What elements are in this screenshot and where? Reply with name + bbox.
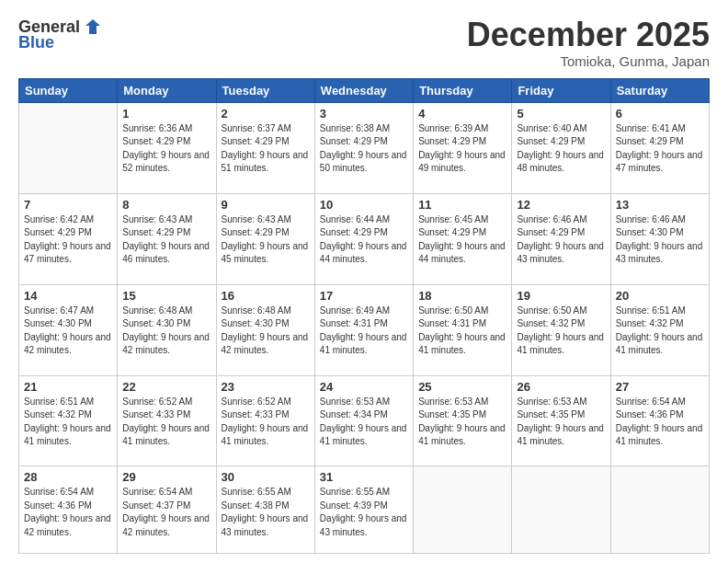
table-row: 30Sunrise: 6:55 AMSunset: 4:38 PMDayligh… (216, 466, 314, 554)
table-row: 24Sunrise: 6:53 AMSunset: 4:34 PMDayligh… (314, 375, 413, 466)
table-row: 11Sunrise: 6:45 AMSunset: 4:29 PMDayligh… (414, 193, 512, 284)
day-number: 5 (517, 107, 605, 121)
day-number: 7 (24, 198, 112, 212)
table-row: 23Sunrise: 6:52 AMSunset: 4:33 PMDayligh… (216, 375, 314, 466)
day-number: 25 (418, 380, 506, 394)
table-row: 7Sunrise: 6:42 AMSunset: 4:29 PMDaylight… (19, 193, 118, 284)
day-info: Sunrise: 6:48 AMSunset: 4:30 PMDaylight:… (122, 304, 210, 358)
table-row: 9Sunrise: 6:43 AMSunset: 4:29 PMDaylight… (216, 193, 314, 284)
table-row: 28Sunrise: 6:54 AMSunset: 4:36 PMDayligh… (19, 466, 118, 554)
day-info: Sunrise: 6:37 AMSunset: 4:29 PMDaylight:… (222, 122, 310, 176)
calendar-week-row: 14Sunrise: 6:47 AMSunset: 4:30 PMDayligh… (19, 284, 710, 375)
day-info: Sunrise: 6:46 AMSunset: 4:30 PMDaylight:… (616, 213, 704, 267)
day-info: Sunrise: 6:47 AMSunset: 4:30 PMDaylight:… (24, 304, 112, 358)
day-number: 2 (222, 107, 310, 121)
logo: General Blue (18, 17, 104, 52)
calendar-week-row: 1Sunrise: 6:36 AMSunset: 4:29 PMDaylight… (19, 102, 710, 193)
day-number: 31 (320, 470, 408, 484)
day-number: 28 (24, 470, 112, 484)
table-row: 19Sunrise: 6:50 AMSunset: 4:32 PMDayligh… (512, 284, 610, 375)
calendar-table: Sunday Monday Tuesday Wednesday Thursday… (18, 78, 710, 554)
title-block: December 2025 Tomioka, Gunma, Japan (467, 17, 710, 69)
page: General Blue December 2025 Tomioka, Gunm… (0, 0, 728, 563)
header: General Blue December 2025 Tomioka, Gunm… (18, 17, 710, 69)
day-info: Sunrise: 6:54 AMSunset: 4:36 PMDaylight:… (24, 486, 112, 539)
day-info: Sunrise: 6:38 AMSunset: 4:29 PMDaylight:… (320, 122, 408, 176)
table-row: 22Sunrise: 6:52 AMSunset: 4:33 PMDayligh… (118, 375, 216, 466)
day-info: Sunrise: 6:49 AMSunset: 4:31 PMDaylight:… (320, 304, 408, 358)
table-row: 31Sunrise: 6:55 AMSunset: 4:39 PMDayligh… (314, 466, 413, 554)
day-number: 16 (222, 289, 310, 303)
calendar-header-row: Sunday Monday Tuesday Wednesday Thursday… (19, 78, 710, 102)
day-number: 29 (122, 470, 210, 484)
day-info: Sunrise: 6:50 AMSunset: 4:32 PMDaylight:… (517, 304, 605, 358)
table-row: 1Sunrise: 6:36 AMSunset: 4:29 PMDaylight… (118, 102, 216, 193)
table-row: 21Sunrise: 6:51 AMSunset: 4:32 PMDayligh… (19, 375, 118, 466)
day-info: Sunrise: 6:43 AMSunset: 4:29 PMDaylight:… (222, 213, 310, 267)
table-row: 3Sunrise: 6:38 AMSunset: 4:29 PMDaylight… (314, 102, 413, 193)
day-info: Sunrise: 6:52 AMSunset: 4:33 PMDaylight:… (122, 396, 210, 449)
day-info: Sunrise: 6:53 AMSunset: 4:35 PMDaylight:… (517, 396, 605, 449)
table-row: 27Sunrise: 6:54 AMSunset: 4:36 PMDayligh… (610, 375, 709, 466)
col-saturday: Saturday (610, 78, 709, 102)
day-info: Sunrise: 6:40 AMSunset: 4:29 PMDaylight:… (517, 122, 605, 176)
day-number: 8 (122, 198, 210, 212)
day-number: 3 (320, 107, 408, 121)
svg-marker-0 (85, 19, 100, 34)
table-row: 16Sunrise: 6:48 AMSunset: 4:30 PMDayligh… (216, 284, 314, 375)
day-number: 27 (616, 380, 704, 394)
table-row: 8Sunrise: 6:43 AMSunset: 4:29 PMDaylight… (118, 193, 216, 284)
day-number: 18 (418, 289, 506, 303)
table-row: 10Sunrise: 6:44 AMSunset: 4:29 PMDayligh… (314, 193, 413, 284)
table-row (19, 102, 118, 193)
day-number: 21 (24, 380, 112, 394)
day-info: Sunrise: 6:54 AMSunset: 4:37 PMDaylight:… (122, 486, 210, 539)
day-info: Sunrise: 6:41 AMSunset: 4:29 PMDaylight:… (616, 122, 704, 176)
logo-icon (83, 17, 103, 37)
logo-blue-text: Blue (18, 33, 54, 52)
col-sunday: Sunday (19, 78, 118, 102)
day-info: Sunrise: 6:51 AMSunset: 4:32 PMDaylight:… (616, 304, 704, 358)
table-row: 29Sunrise: 6:54 AMSunset: 4:37 PMDayligh… (118, 466, 216, 554)
day-info: Sunrise: 6:42 AMSunset: 4:29 PMDaylight:… (24, 213, 112, 267)
day-number: 9 (222, 198, 310, 212)
day-info: Sunrise: 6:48 AMSunset: 4:30 PMDaylight:… (222, 304, 310, 358)
day-number: 19 (517, 289, 605, 303)
day-info: Sunrise: 6:51 AMSunset: 4:32 PMDaylight:… (24, 396, 112, 449)
table-row (414, 466, 512, 554)
col-monday: Monday (118, 78, 216, 102)
location: Tomioka, Gunma, Japan (467, 53, 710, 69)
day-number: 1 (122, 107, 210, 121)
table-row: 17Sunrise: 6:49 AMSunset: 4:31 PMDayligh… (314, 284, 413, 375)
day-number: 11 (418, 198, 506, 212)
day-number: 4 (418, 107, 506, 121)
calendar-week-row: 7Sunrise: 6:42 AMSunset: 4:29 PMDaylight… (19, 193, 710, 284)
col-tuesday: Tuesday (216, 78, 314, 102)
table-row: 5Sunrise: 6:40 AMSunset: 4:29 PMDaylight… (512, 102, 610, 193)
day-info: Sunrise: 6:55 AMSunset: 4:38 PMDaylight:… (222, 486, 310, 539)
table-row: 26Sunrise: 6:53 AMSunset: 4:35 PMDayligh… (512, 375, 610, 466)
month-title: December 2025 (467, 17, 710, 53)
table-row: 20Sunrise: 6:51 AMSunset: 4:32 PMDayligh… (610, 284, 709, 375)
day-info: Sunrise: 6:43 AMSunset: 4:29 PMDaylight:… (122, 213, 210, 267)
table-row: 18Sunrise: 6:50 AMSunset: 4:31 PMDayligh… (414, 284, 512, 375)
day-number: 15 (122, 289, 210, 303)
day-number: 17 (320, 289, 408, 303)
table-row: 14Sunrise: 6:47 AMSunset: 4:30 PMDayligh… (19, 284, 118, 375)
day-info: Sunrise: 6:53 AMSunset: 4:34 PMDaylight:… (320, 396, 408, 449)
day-number: 6 (616, 107, 704, 121)
table-row: 6Sunrise: 6:41 AMSunset: 4:29 PMDaylight… (610, 102, 709, 193)
day-number: 30 (222, 470, 310, 484)
day-number: 26 (517, 380, 605, 394)
day-number: 10 (320, 198, 408, 212)
day-info: Sunrise: 6:55 AMSunset: 4:39 PMDaylight:… (320, 486, 408, 539)
day-number: 22 (122, 380, 210, 394)
table-row (610, 466, 709, 554)
day-number: 14 (24, 289, 112, 303)
calendar-week-row: 21Sunrise: 6:51 AMSunset: 4:32 PMDayligh… (19, 375, 710, 466)
day-info: Sunrise: 6:46 AMSunset: 4:29 PMDaylight:… (517, 213, 605, 267)
col-friday: Friday (512, 78, 610, 102)
table-row: 4Sunrise: 6:39 AMSunset: 4:29 PMDaylight… (414, 102, 512, 193)
day-info: Sunrise: 6:45 AMSunset: 4:29 PMDaylight:… (418, 213, 506, 267)
day-info: Sunrise: 6:44 AMSunset: 4:29 PMDaylight:… (320, 213, 408, 267)
